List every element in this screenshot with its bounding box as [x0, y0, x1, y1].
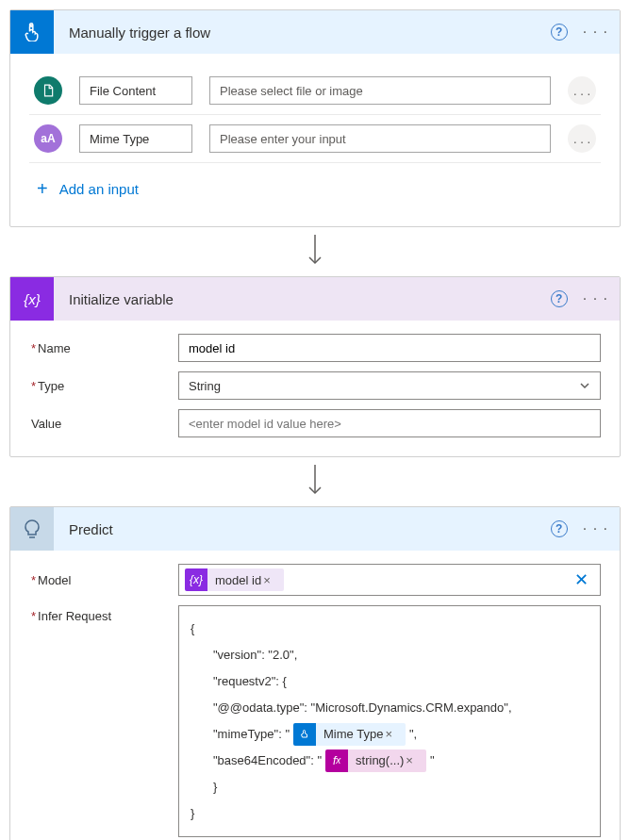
clear-icon[interactable]: ✕ [569, 569, 594, 590]
infer-request-label: Infer Request [29, 605, 178, 623]
file-content-label[interactable]: File Content [79, 76, 192, 105]
add-input-button[interactable]: + Add an input [29, 163, 601, 207]
menu-dots-icon[interactable]: · · · [583, 24, 608, 41]
predict-icon [10, 507, 54, 551]
row-menu-icon[interactable]: . . . [568, 124, 596, 153]
row-menu-icon[interactable]: . . . [568, 76, 596, 105]
remove-token-icon[interactable]: × [261, 573, 276, 587]
file-content-row: File Content Please select file or image… [29, 67, 601, 115]
model-input[interactable]: {x} model id× ✕ [178, 564, 601, 596]
fx-icon: fx [325, 749, 348, 772]
text-icon: aA [34, 124, 62, 153]
remove-token-icon[interactable]: × [383, 723, 398, 746]
mime-type-token[interactable]: Mime Type× [293, 723, 406, 746]
variable-icon: {x} [185, 568, 207, 591]
trigger-card: Manually trigger a flow ? · · · File Con… [9, 9, 621, 227]
plus-icon: + [37, 178, 48, 200]
model-label: Model [29, 573, 178, 587]
value-input[interactable] [178, 409, 601, 437]
predict-card: Predict ? · · · Model {x} model id× ✕ In… [9, 506, 621, 840]
init-variable-header[interactable]: {x} Initialize variable ? · · · [10, 277, 620, 321]
expression-token[interactable]: fx string(...)× [325, 749, 426, 772]
menu-dots-icon[interactable]: · · · [583, 290, 608, 307]
help-icon[interactable]: ? [551, 290, 568, 307]
mime-type-row: aA Mime Type Please enter your input . .… [29, 115, 601, 163]
help-icon[interactable]: ? [551, 24, 568, 41]
arrow-connector [9, 457, 621, 506]
trigger-header[interactable]: Manually trigger a flow ? · · · [10, 10, 620, 54]
remove-token-icon[interactable]: × [404, 749, 419, 772]
variable-icon: {x} [10, 277, 54, 321]
model-id-token[interactable]: {x} model id× [185, 568, 284, 591]
file-content-input[interactable]: Please select file or image [209, 76, 551, 105]
init-variable-title: Initialize variable [54, 291, 551, 307]
mime-type-label[interactable]: Mime Type [79, 124, 192, 153]
trigger-title: Manually trigger a flow [54, 25, 551, 41]
tap-icon [293, 723, 316, 746]
value-label: Value [29, 417, 178, 431]
chevron-down-icon [579, 380, 590, 391]
infer-request-input[interactable]: { "version": "2.0", "requestv2": { "@@od… [178, 605, 601, 837]
file-icon [34, 76, 62, 105]
type-select[interactable]: String [178, 371, 601, 400]
predict-title: Predict [54, 521, 551, 537]
type-label: Type [29, 379, 178, 393]
menu-dots-icon[interactable]: · · · [583, 520, 608, 537]
arrow-connector [9, 227, 621, 276]
predict-header[interactable]: Predict ? · · · [10, 507, 620, 551]
tap-icon [10, 10, 54, 54]
name-input[interactable] [178, 334, 601, 362]
help-icon[interactable]: ? [551, 520, 568, 537]
init-variable-card: {x} Initialize variable ? · · · Name Typ… [9, 276, 621, 457]
mime-type-input[interactable]: Please enter your input [209, 124, 551, 153]
name-label: Name [29, 341, 178, 355]
